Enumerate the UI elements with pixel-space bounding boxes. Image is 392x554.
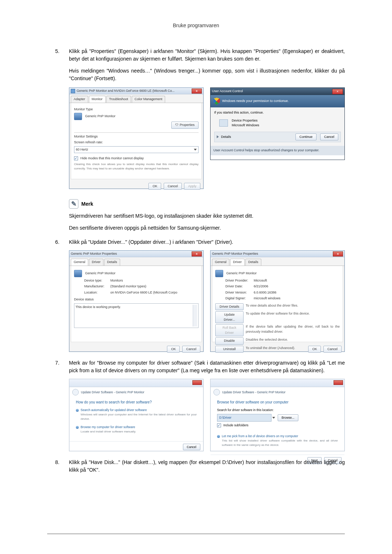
shield-icon <box>213 98 220 105</box>
tab-monitor[interactable]: Monitor <box>89 96 106 103</box>
driver-properties-general: Generic PnP Monitor Properties × General… <box>69 250 204 352</box>
uac-details[interactable]: Details <box>221 135 231 140</box>
note-line1: Skjermdriveren har sertifisert MS-logo, … <box>69 212 345 220</box>
path-input[interactable]: D:\Driver <box>217 414 271 422</box>
option-title: Browse my computer for driver software <box>81 425 135 429</box>
version-label: Driver Version: <box>225 290 254 295</box>
tab-details[interactable]: Details <box>104 259 120 266</box>
cancel-button[interactable]: Cancel <box>164 183 182 190</box>
cancel-button[interactable]: Cancel <box>182 346 200 353</box>
scrollbar[interactable] <box>193 305 197 327</box>
signer-label: Digital Signer: <box>225 296 254 301</box>
cancel-button[interactable]: Cancel <box>320 134 338 141</box>
driver-details-button[interactable]: Driver Details <box>215 303 244 311</box>
tab-details[interactable]: Details <box>245 259 261 266</box>
device-name: Generic PnP Monitor <box>85 271 115 275</box>
back-icon[interactable] <box>213 389 220 395</box>
monitor-name: Generic PnP Monitor <box>85 114 115 118</box>
cancel-button[interactable]: Cancel <box>183 444 200 451</box>
hide-modes-desc: Clearing this check box allows you to se… <box>74 162 199 171</box>
tab-adapter[interactable]: Adapter <box>71 96 88 103</box>
disable-button[interactable]: Disable <box>215 337 244 345</box>
step-5-text: Klikk på "Properties" (Egenskaper) i ark… <box>69 48 345 62</box>
dialog-title: Generic PnP Monitor and NVIDIA GeForce 6… <box>77 89 192 94</box>
footer-rule <box>47 534 345 534</box>
monitor-icon <box>74 113 82 120</box>
tab-driver[interactable]: Driver <box>89 259 103 266</box>
close-icon[interactable]: × <box>192 251 202 257</box>
ok-button[interactable]: OK <box>148 183 161 190</box>
monitor-icon <box>215 270 223 277</box>
dialog-title: Generic PnP Monitor Properties <box>71 251 192 257</box>
close-icon[interactable] <box>192 380 202 385</box>
step-5-number: 5. <box>55 48 60 55</box>
dialog-icon <box>71 89 75 93</box>
uac-started-text: If you started this action, continue. <box>214 110 341 115</box>
signer-value: microsoft windows <box>254 296 281 300</box>
manufacturer-value: (Standard monitor types) <box>110 284 146 288</box>
option-pick-from-list[interactable]: Let me pick from a list of device driver… <box>217 434 338 447</box>
back-icon[interactable] <box>72 389 79 395</box>
cancel-button[interactable]: Cancel <box>323 346 342 353</box>
close-icon[interactable] <box>334 380 343 385</box>
device-name: Generic PnP Monitor <box>226 271 257 275</box>
include-subfolders-checkbox[interactable] <box>217 423 221 427</box>
continue-button[interactable]: Continue <box>295 134 317 141</box>
device-type-label: Device type: <box>84 278 110 283</box>
option-browse[interactable]: Browse my computer for driver software L… <box>76 425 197 434</box>
refresh-rate-value: 60 Hertz <box>76 147 88 152</box>
monitor-settings-label: Monitor Settings <box>74 134 199 139</box>
update-driver-wizard-2: Update Driver Software - Generic PnP Mon… <box>210 379 345 451</box>
refresh-rate-select[interactable]: 60 Hertz <box>74 146 199 153</box>
monitor-icon <box>74 270 82 277</box>
option-desc: Windows will search your computer and th… <box>81 413 197 421</box>
uninstall-button[interactable]: Uninstall <box>215 346 244 353</box>
close-icon[interactable]: × <box>333 251 343 257</box>
step-6-text: Klikk på "Update Driver..." (Oppdater dr… <box>69 239 233 245</box>
tab-strip: Adapter Monitor Troubleshoot Color Manag… <box>69 94 203 103</box>
provider-value: Microsoft <box>254 279 267 282</box>
note-line2: Den sertifiserte driveren oppgis på nett… <box>69 224 345 232</box>
step-8: 8. Klikk på "Have Disk..." (Har diskett…… <box>69 459 345 474</box>
close-icon[interactable]: × <box>332 89 343 94</box>
step-8-number: 8. <box>55 459 60 466</box>
option-desc: Locate and install driver software manua… <box>81 430 197 434</box>
tab-general[interactable]: General <box>71 259 88 266</box>
app-icon <box>219 119 228 127</box>
search-location-label: Search for driver software in this locat… <box>217 408 338 413</box>
monitor-type-label: Monitor Type <box>74 107 199 112</box>
location-value: on NVIDIA GeForce 6600 LE (Microsoft Cor… <box>110 291 177 294</box>
close-icon[interactable]: × <box>192 89 202 94</box>
uac-message: Windows needs your permission to contion… <box>222 99 289 104</box>
uac-app-name: Device Properties <box>232 118 260 123</box>
properties-button[interactable]: 🛡 Properties <box>171 122 199 129</box>
tab-general[interactable]: General <box>212 259 229 266</box>
step-5-text2: Hvis meldingen "Windows needs…" (Windows… <box>69 67 345 82</box>
update-driver-wizard-1: Update Driver Software - Generic PnP Mon… <box>69 379 204 451</box>
ok-button[interactable]: OK <box>308 346 321 353</box>
wizard-crumb: Update Driver Software - Generic PnP Mon… <box>81 390 144 395</box>
update-driver-button[interactable]: Update Driver... <box>215 311 244 323</box>
dialog-title: Generic PnP Monitor Properties <box>212 251 333 257</box>
tab-troubleshoot[interactable]: Troubleshoot <box>106 96 131 103</box>
version-value: 6.0.6000.16386 <box>254 291 277 294</box>
disable-desc: Disables the selected device. <box>246 337 340 342</box>
hide-modes-checkbox[interactable] <box>74 156 78 160</box>
refresh-rate-label: Screen refresh rate: <box>74 140 199 145</box>
option-search-auto[interactable]: Search automatically for updated driver … <box>76 408 197 421</box>
tab-driver[interactable]: Driver <box>230 259 245 266</box>
tab-color-management[interactable]: Color Management <box>132 96 166 103</box>
step-8-text: Klikk på "Have Disk..." (Har diskett…), … <box>69 459 345 473</box>
uac-footer: User Account Control helps stop unauthor… <box>211 146 344 155</box>
browse-button[interactable]: Browse... <box>278 414 298 421</box>
device-status-box: This device is working properly. <box>74 303 199 328</box>
step-6: 6. Klikk på "Update Driver..." (Oppdater… <box>69 238 345 352</box>
rollback-driver-button[interactable]: Roll Back Driver <box>215 324 244 336</box>
uac-dialog: User Account Control × Windows needs you… <box>210 87 345 160</box>
note-icon: ✎ <box>69 199 78 209</box>
wizard-crumb: Update Driver Software - Generic PnP Mon… <box>222 390 286 395</box>
ok-button[interactable]: OK <box>167 346 180 353</box>
apply-button[interactable]: Apply <box>184 183 200 190</box>
manufacturer-label: Manufacturer: <box>84 284 110 289</box>
date-label: Driver Date: <box>225 284 254 289</box>
